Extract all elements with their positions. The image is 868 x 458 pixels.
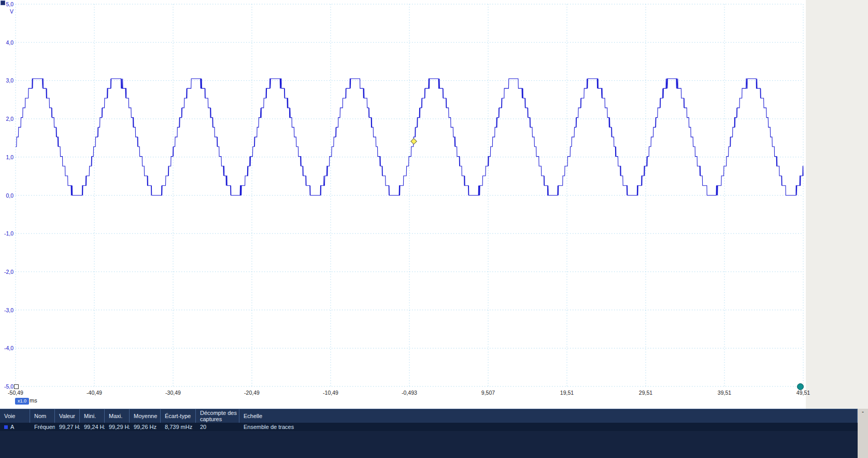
y-tick-label: 0,0 (0, 192, 13, 199)
y-tick-label: -2,0 (0, 269, 13, 275)
col-header-echelle: Echelle (239, 409, 858, 423)
y-tick-label: 2,0 (0, 116, 13, 122)
x-tick-label: -20,49 (244, 390, 260, 396)
cell-maxi: 99,29 Hz (105, 423, 130, 431)
y-tick-label: 3,0 (0, 77, 13, 84)
x-tick-label: 9,507 (481, 390, 495, 396)
cell-voie: A (0, 423, 30, 431)
x-tick-label: 39,51 (718, 390, 731, 396)
collapse-button[interactable]: - (858, 409, 868, 416)
col-header-mini: Mini. (80, 409, 105, 423)
cell-moyenne: 99,26 Hz (130, 423, 161, 431)
table-header-row: Voie Nom Valeur Mini. Maxi. Moyenne Écar… (0, 409, 858, 423)
y-tick-label: -3,0 (0, 307, 13, 313)
col-header-decompte: Décompte des captures (196, 409, 239, 423)
cell-echelle: Ensemble de traces (239, 423, 858, 431)
col-header-ecart-type: Écart-type (161, 409, 196, 423)
cell-ecart-type: 8,739 mHz (161, 423, 196, 431)
y-axis-unit: V (0, 8, 13, 15)
measurements-table: Voie Nom Valeur Mini. Maxi. Moyenne Écar… (0, 409, 858, 458)
col-header-valeur: Valeur (55, 409, 80, 423)
x-tick-label: -40,49 (87, 390, 102, 396)
y-tick-label: 1,0 (0, 154, 13, 160)
y-tick-label: -4,0 (0, 345, 13, 351)
col-header-maxi: Maxi. (105, 409, 130, 423)
x-tick-label: 19,51 (560, 390, 574, 396)
channel-a-color-swatch (4, 425, 8, 429)
cell-voie-text: A (10, 424, 14, 430)
x-axis-unit: ms (30, 397, 37, 404)
y-tick-label: -5,0 (0, 383, 13, 390)
side-panel-strip: - (858, 409, 868, 458)
cell-decompte: 20 (196, 423, 239, 431)
cell-mini: 99,24 Hz (80, 423, 105, 431)
scope-plot-area[interactable]: V x1.0 ms 5,04,03,02,01,00,0-1,0-2,0-3,0… (0, 0, 806, 409)
x-tick-label: -30,49 (165, 390, 181, 396)
oscilloscope-window: V x1.0 ms 5,04,03,02,01,00,0-1,0-2,0-3,0… (0, 0, 868, 458)
y-tick-label: 5,0 (0, 1, 13, 7)
col-header-voie: Voie (0, 409, 30, 423)
cell-valeur: 99,27 Hz (55, 423, 80, 431)
x-scale-badge[interactable]: x1.0 (15, 398, 29, 405)
x-tick-label: -50,49 (8, 390, 23, 396)
x-tick-label: 29,51 (639, 390, 652, 396)
y-tick-label: 4,0 (0, 39, 13, 46)
col-header-nom: Nom (30, 409, 55, 423)
y-tick-label: -1,0 (0, 230, 13, 237)
axis-handle-square[interactable] (14, 384, 19, 389)
col-header-moyenne: Moyenne (130, 409, 161, 423)
waveform-canvas (0, 0, 806, 409)
x-tick-label: 49,51 (796, 390, 810, 396)
x-tick-label: -10,49 (323, 390, 338, 396)
x-tick-label: -0,493 (402, 390, 417, 396)
table-row[interactable]: A Fréquence 99,27 Hz 99,24 Hz 99,29 Hz 9… (0, 423, 858, 431)
cell-nom: Fréquence (30, 423, 55, 431)
